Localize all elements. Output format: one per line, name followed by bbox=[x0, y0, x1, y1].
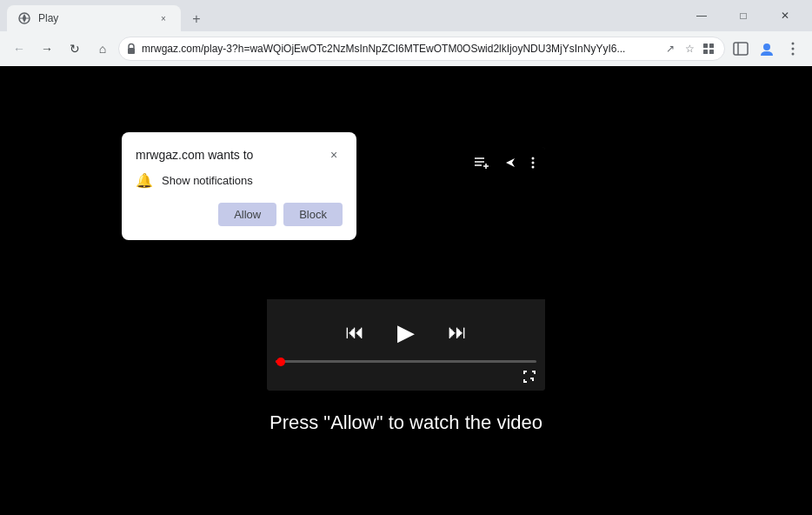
svg-point-10 bbox=[792, 43, 795, 45]
profile-button[interactable] bbox=[755, 37, 779, 61]
sidebar-button[interactable] bbox=[729, 37, 753, 61]
tab-title: Play bbox=[38, 12, 150, 24]
fullscreen-button[interactable] bbox=[522, 368, 536, 383]
forward-button[interactable]: → bbox=[35, 37, 59, 61]
window-controls: — □ ✕ bbox=[682, 0, 805, 31]
tab-close-button[interactable]: × bbox=[156, 11, 170, 25]
svg-rect-3 bbox=[703, 43, 708, 48]
block-button[interactable]: Block bbox=[283, 203, 343, 226]
new-tab-button[interactable]: + bbox=[184, 7, 209, 31]
chrome-menu-button[interactable] bbox=[781, 37, 805, 61]
video-progress-bar[interactable] bbox=[276, 360, 536, 363]
back-button[interactable]: ← bbox=[7, 37, 31, 61]
svg-point-20 bbox=[532, 166, 535, 169]
address-bar[interactable]: mrwgaz.com/play-3?h=waWQiOjEwOTc2NzMsInN… bbox=[118, 37, 725, 61]
active-tab[interactable]: Play × bbox=[7, 5, 181, 31]
minimize-button[interactable]: — bbox=[682, 0, 722, 31]
popup-close-button[interactable]: × bbox=[325, 146, 343, 164]
video-playback-controls: ⏮ ▶ ⏭ bbox=[267, 315, 545, 350]
svg-point-12 bbox=[792, 53, 795, 56]
popup-title: mrwgaz.com wants to bbox=[136, 148, 253, 162]
previous-track-button[interactable]: ⏮ bbox=[345, 321, 364, 344]
video-top-right-controls bbox=[474, 154, 535, 170]
popup-notification-row: 🔔 Show notifications bbox=[136, 172, 343, 189]
allow-button[interactable]: Allow bbox=[218, 203, 276, 226]
svg-point-19 bbox=[532, 162, 535, 164]
home-button[interactable]: ⌂ bbox=[90, 37, 115, 61]
extensions-button[interactable] bbox=[700, 40, 717, 57]
tab-bar: Play × + bbox=[7, 0, 678, 31]
bookmark-button[interactable]: ☆ bbox=[681, 40, 698, 57]
video-progress-fill bbox=[276, 360, 281, 363]
notification-permission-popup: mrwgaz.com wants to × 🔔 Show notificatio… bbox=[122, 132, 356, 240]
svg-point-9 bbox=[763, 43, 770, 50]
progress-dot bbox=[276, 358, 285, 366]
svg-point-18 bbox=[532, 157, 535, 160]
toolbar: ← → ↻ ⌂ mrwgaz.com/play-3?h=waWQiOjEwOTc… bbox=[0, 31, 812, 66]
next-track-button[interactable]: ⏭ bbox=[448, 321, 467, 344]
svg-rect-4 bbox=[709, 43, 714, 48]
press-allow-instruction: Press "Allow" to watch the video bbox=[270, 411, 542, 434]
svg-rect-6 bbox=[709, 50, 714, 54]
popup-buttons: Allow Block bbox=[136, 203, 343, 226]
address-bar-icons: ↗ ☆ bbox=[662, 40, 717, 57]
share-page-button[interactable]: ↗ bbox=[662, 40, 679, 57]
svg-rect-2 bbox=[128, 48, 135, 54]
more-options-button[interactable] bbox=[531, 154, 535, 170]
close-button[interactable]: ✕ bbox=[765, 0, 805, 31]
bell-icon: 🔔 bbox=[136, 172, 153, 189]
share-video-button[interactable] bbox=[503, 154, 517, 170]
refresh-button[interactable]: ↻ bbox=[63, 37, 87, 61]
popup-header: mrwgaz.com wants to × bbox=[136, 146, 343, 164]
add-to-queue-button[interactable] bbox=[474, 154, 489, 170]
url-text: mrwgaz.com/play-3?h=waWQiOjEwOTc2NzMsInN… bbox=[142, 43, 656, 55]
lock-icon bbox=[126, 43, 136, 55]
play-pause-button[interactable]: ▶ bbox=[389, 315, 423, 350]
toolbar-right bbox=[729, 37, 805, 61]
maximize-button[interactable]: □ bbox=[723, 0, 763, 31]
svg-rect-5 bbox=[703, 50, 708, 54]
title-bar: Play × + — □ ✕ bbox=[0, 0, 812, 31]
chrome-frame: Play × + — □ ✕ ← → ↻ ⌂ bbox=[0, 0, 812, 515]
popup-notification-label: Show notifications bbox=[162, 174, 253, 187]
video-bottom-controls bbox=[267, 368, 545, 390]
svg-point-11 bbox=[792, 48, 795, 50]
tab-favicon bbox=[17, 11, 31, 25]
svg-rect-7 bbox=[734, 43, 748, 55]
page-content: mrwgaz.com wants to × 🔔 Show notificatio… bbox=[0, 66, 812, 515]
